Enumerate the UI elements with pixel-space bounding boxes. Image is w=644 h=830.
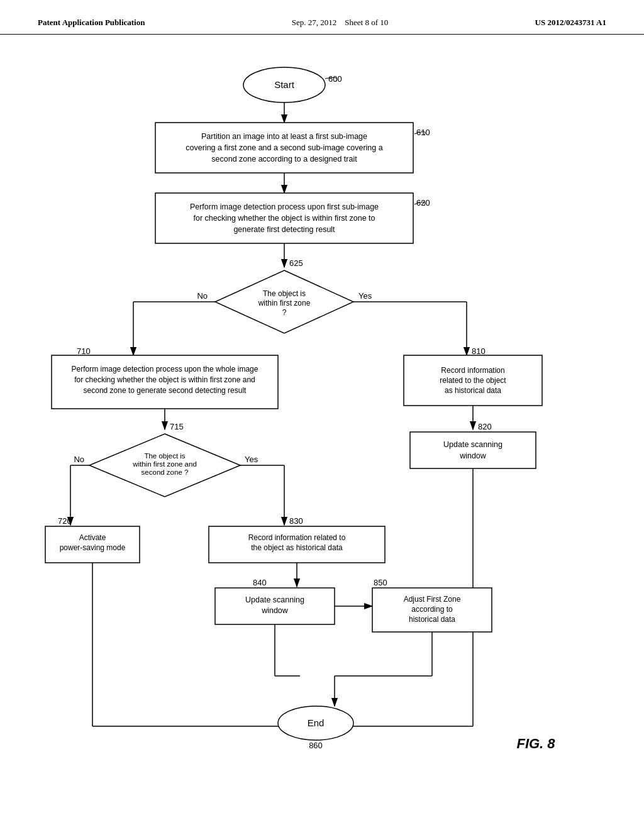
diamond715-line2: within first zone and <box>132 460 197 468</box>
diagram-area: Start 600 Partition an image into at lea… <box>0 35 644 802</box>
step850-line2: according to <box>411 605 453 614</box>
flowchart-svg: Start 600 Partition an image into at lea… <box>39 47 605 789</box>
diamond625-line3: ? <box>282 308 287 317</box>
step610-line2: covering a first zone and a second sub-i… <box>186 143 382 152</box>
step610-line3: second zone according to a designed trai… <box>211 155 357 163</box>
ref-810: 810 <box>472 346 486 356</box>
step850-line3: historical data <box>409 615 455 624</box>
step820-line1: Update scanning <box>443 440 502 449</box>
step830-line2: the object as historical data <box>251 543 343 552</box>
ref-820: 820 <box>478 422 492 431</box>
step830-line1: Record information related to <box>248 533 346 542</box>
diamond715-line1: The object is <box>144 452 185 460</box>
step620-line3: generate first detecting result <box>233 225 335 234</box>
step620-line2: for checking whether the object is withi… <box>193 214 375 223</box>
diamond715-line3: second zone ? <box>142 468 189 476</box>
step620-line1: Perform image detection process upon fir… <box>190 202 379 211</box>
step710-line1: Perform image detection process upon the… <box>72 365 258 374</box>
ref-830: 830 <box>289 516 303 526</box>
step710-line2: for checking whether the object is withi… <box>74 375 255 384</box>
header-left: Patent Application Publication <box>38 18 145 28</box>
step720-line2: power-saving mode <box>60 543 126 552</box>
end-label: End <box>308 717 325 728</box>
step720-line1: Activate <box>79 533 106 542</box>
step840-line2: window <box>261 606 289 615</box>
ref-860: 860 <box>309 741 323 750</box>
no-label-715: No <box>74 455 84 464</box>
header-right: US 2012/0243731 A1 <box>535 18 606 28</box>
start-label: Start <box>274 79 295 90</box>
page-header: Patent Application Publication Sep. 27, … <box>0 0 644 35</box>
diamond625-line1: The object is <box>263 289 306 298</box>
ref-850: 850 <box>374 578 387 587</box>
step820-line2: window <box>459 451 487 460</box>
yes-label-625: Yes <box>358 291 372 301</box>
header-center: Sep. 27, 2012 Sheet 8 of 10 <box>292 18 388 28</box>
step810-line1: Record information <box>441 366 504 375</box>
ref-600: 600 <box>328 74 342 84</box>
fig-label: FIG. 8 <box>516 736 555 751</box>
ref-625: 625 <box>289 258 303 268</box>
ref-840: 840 <box>253 578 267 587</box>
step850-line1: Adjust First Zone <box>404 595 461 604</box>
ref-720: 720 <box>58 516 72 526</box>
step810-line2: related to the object <box>440 376 506 385</box>
ref-710: 710 <box>77 346 91 356</box>
svg-rect-23 <box>410 432 536 468</box>
ref-715: 715 <box>170 422 184 431</box>
diamond625-line2: within first zone <box>258 299 311 307</box>
step810-line3: as historical data <box>445 386 501 395</box>
yes-label-715: Yes <box>245 455 258 464</box>
no-label-625: No <box>197 291 208 301</box>
step840-line1: Update scanning <box>245 595 304 604</box>
step610-line1: Partition an image into at least a first… <box>201 132 367 141</box>
step710-line3: second zone to generate second detecting… <box>84 386 247 395</box>
